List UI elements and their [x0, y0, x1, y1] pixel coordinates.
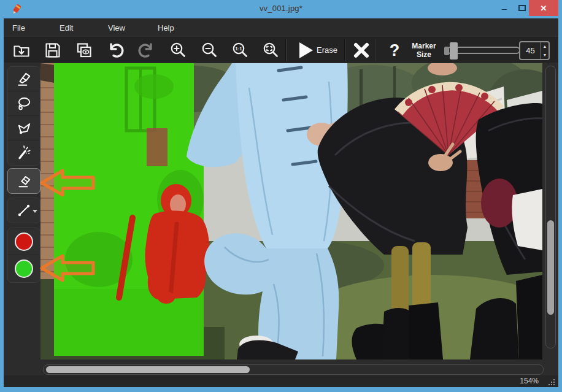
- marker-size-label: Marker Size: [407, 42, 441, 59]
- dropdown-arrow-icon[interactable]: [33, 210, 37, 213]
- zoom-out-button[interactable]: [199, 40, 220, 61]
- menu-view[interactable]: View: [103, 18, 130, 38]
- tool-polygon-lasso[interactable]: [8, 116, 40, 140]
- menu-file[interactable]: File: [7, 18, 30, 38]
- resize-grip[interactable]: [546, 377, 555, 385]
- tool-magic-wand[interactable]: [8, 140, 40, 165]
- workspace: [4, 63, 558, 375]
- zoom-level: 154%: [520, 377, 539, 385]
- window-title: vv_001.jpg*: [0, 4, 562, 13]
- undo-button[interactable]: [105, 40, 126, 61]
- maximize-icon: [518, 5, 526, 11]
- minimize-icon: –: [502, 3, 507, 13]
- actual-size-button[interactable]: 1:1: [229, 40, 250, 61]
- maximize-button[interactable]: [514, 0, 531, 16]
- open-button[interactable]: [11, 40, 32, 61]
- window-border-right: [558, 18, 562, 392]
- toolbar-separator: [286, 39, 287, 61]
- line-tool-icon: [16, 202, 32, 218]
- close-icon: ✕: [541, 4, 547, 13]
- image-canvas[interactable]: [40, 63, 542, 359]
- tool-eraser[interactable]: [7, 168, 40, 194]
- menu-help[interactable]: Help: [153, 18, 179, 38]
- spin-up-button[interactable]: ▲: [541, 42, 549, 50]
- help-button[interactable]: ?: [384, 40, 405, 61]
- keep-mask-color-button[interactable]: [8, 255, 40, 282]
- cancel-button[interactable]: [351, 40, 372, 61]
- floppy-disk-icon: [44, 41, 62, 60]
- red-swatch-icon: [15, 233, 33, 251]
- undo-arrow-icon: [106, 41, 125, 60]
- play-triangle-icon: [298, 42, 314, 59]
- svg-text:1:1: 1:1: [236, 46, 242, 52]
- annotation-arrow-green-color: [39, 252, 96, 284]
- vertical-scrollbar-thumb[interactable]: [547, 220, 554, 315]
- horizontal-scrollbar[interactable]: [43, 364, 544, 375]
- spinner-buttons: ▲ ▼: [540, 42, 549, 59]
- toolbar-separator: [345, 39, 345, 61]
- marker-pen-icon: [16, 71, 32, 87]
- magnifier-fit-icon: [261, 41, 280, 60]
- magnifier-1to1-icon: 1:1: [231, 41, 249, 60]
- marker-size-value[interactable]: 45: [520, 46, 541, 55]
- window-border-left: [0, 18, 4, 392]
- marker-size-slider[interactable]: [447, 47, 520, 54]
- titlebar[interactable]: vv_001.jpg* – ✕: [0, 0, 562, 18]
- toolbar: 1:1 Erase ?: [4, 38, 558, 63]
- menu-edit[interactable]: Edit: [55, 18, 78, 38]
- window-border-bottom: [0, 387, 562, 392]
- redo-button[interactable]: [136, 40, 157, 61]
- zoom-in-button[interactable]: [167, 40, 188, 61]
- magnifier-plus-icon: [169, 41, 187, 60]
- tool-lasso[interactable]: [8, 91, 40, 116]
- redo-arrow-icon: [137, 41, 156, 60]
- polygon-lasso-icon: [16, 120, 32, 136]
- x-icon: [353, 42, 370, 59]
- photo-scene: [40, 63, 542, 359]
- run-erase-button[interactable]: [296, 40, 317, 61]
- fit-screen-button[interactable]: [260, 40, 281, 61]
- eraser-icon: [16, 173, 32, 189]
- menu-bar: File Edit View Help: [4, 18, 558, 38]
- marker-size-slider-handle[interactable]: [450, 42, 458, 60]
- preview-button[interactable]: [74, 40, 94, 61]
- spin-down-button[interactable]: ▼: [541, 51, 549, 59]
- erase-label[interactable]: Erase: [317, 45, 348, 55]
- vertical-scrollbar[interactable]: [545, 66, 556, 348]
- magic-wand-icon: [16, 145, 32, 161]
- save-button[interactable]: [42, 40, 63, 61]
- tool-group-draw: [7, 66, 40, 166]
- green-swatch-icon: [15, 259, 33, 278]
- slider-stub: [444, 47, 449, 55]
- status-bar: 154%: [4, 375, 558, 387]
- tool-line[interactable]: [7, 198, 40, 223]
- close-button[interactable]: ✕: [529, 0, 558, 16]
- layers-eye-icon: [75, 41, 93, 60]
- minimize-button[interactable]: –: [496, 0, 513, 16]
- mask-color-group: [7, 228, 40, 283]
- toolbar-separator: [375, 39, 376, 61]
- annotation-arrow-eraser: [39, 167, 96, 199]
- door: [147, 128, 167, 166]
- horizontal-scrollbar-thumb[interactable]: [46, 366, 250, 373]
- question-mark-icon: ?: [390, 41, 400, 60]
- remove-mask-color-button[interactable]: [8, 228, 40, 255]
- folder-download-icon: [12, 41, 31, 60]
- app-window: vv_001.jpg* – ✕ File Edit View Help: [0, 0, 562, 392]
- lasso-icon: [16, 96, 32, 112]
- magnifier-minus-icon: [200, 41, 218, 60]
- tool-marker[interactable]: [8, 67, 40, 91]
- marker-size-spinbox[interactable]: 45 ▲ ▼: [519, 41, 550, 60]
